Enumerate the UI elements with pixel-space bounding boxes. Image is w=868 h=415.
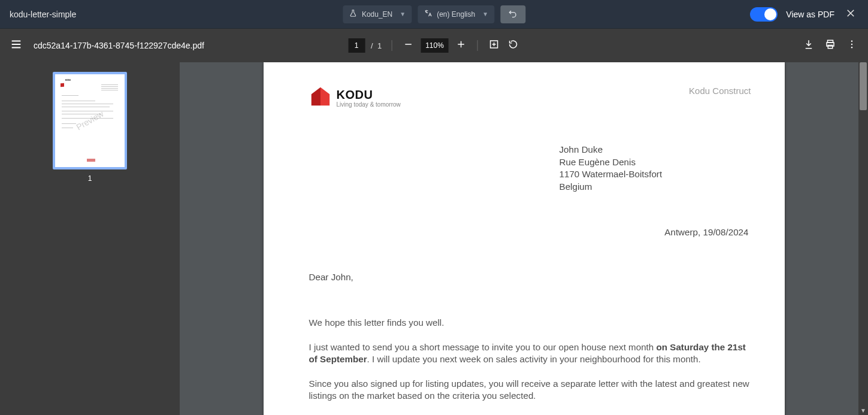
letter-header: KODU Living today & tomorrow Kodu Constr… <box>309 85 751 108</box>
rotate-icon <box>508 39 519 52</box>
print-icon <box>825 39 836 52</box>
svg-marker-8 <box>320 87 329 105</box>
download-button[interactable] <box>802 39 815 52</box>
more-button[interactable] <box>845 39 858 52</box>
svg-point-4 <box>851 41 852 42</box>
paragraph-1: We hope this letter finds you well. <box>309 317 751 329</box>
zoom-out-button[interactable] <box>401 39 415 52</box>
chevron-down-icon: ▼ <box>860 407 866 414</box>
thumbnail-page-1[interactable]: KODU Preview <box>53 72 127 169</box>
logo-tagline: Living today & tomorrow <box>337 102 401 108</box>
scrollbar-thumb[interactable] <box>860 62 867 110</box>
separator <box>391 40 392 51</box>
app-bar-right: View as PDF <box>750 5 858 23</box>
file-name: cdc52a14-177b-4361-8745-f122927cde4e.pdf <box>34 41 204 50</box>
paragraph-2c: . I will update you next week on sales a… <box>367 354 701 364</box>
print-button[interactable] <box>824 39 837 52</box>
rotate-button[interactable] <box>507 39 520 52</box>
page-canvas[interactable]: KODU Living today & tomorrow Kodu Constr… <box>180 62 868 415</box>
svg-point-6 <box>851 47 852 48</box>
pdf-toolbar-center: 1 / 1 110% <box>348 38 520 53</box>
chevron-down-icon: ▼ <box>482 11 488 17</box>
paragraph-2: I just wanted to send you a short messag… <box>309 341 751 366</box>
app-bar: kodu-letter-simple Kodu_EN ▼ (en) Englis… <box>0 0 868 29</box>
paragraph-2a: I just wanted to send you a short messag… <box>309 342 657 352</box>
logo-brand-text: KODU <box>337 89 401 101</box>
thumbnail-panel: KODU Preview 1 <box>0 62 180 415</box>
document-page: KODU Living today & tomorrow Kodu Constr… <box>264 62 785 415</box>
page-total-value: 1 <box>377 41 382 50</box>
minus-icon <box>403 39 413 52</box>
undo-icon <box>508 8 518 20</box>
recipient-country: Belgium <box>559 181 751 193</box>
scrollbar-down-button[interactable]: ▼ <box>858 405 868 415</box>
page-number-input[interactable]: 1 <box>348 38 365 53</box>
download-icon <box>803 39 814 52</box>
view-as-pdf-toggle[interactable] <box>750 7 778 22</box>
recipient-address: John Duke Rue Eugène Denis 1170 Watermae… <box>559 144 751 193</box>
svg-point-5 <box>851 44 852 45</box>
view-as-pdf-label: View as PDF <box>786 10 834 19</box>
menu-button[interactable] <box>10 38 23 53</box>
thumbnail-preview: KODU Preview <box>55 74 125 167</box>
viewer-body: KODU Preview 1 <box>0 62 868 415</box>
document-title: kodu-letter-simple <box>10 10 76 19</box>
separator <box>477 40 478 51</box>
fit-page-button[interactable] <box>488 39 501 52</box>
pdf-toolbar: cdc52a14-177b-4361-8745-f122927cde4e.pdf… <box>0 29 868 62</box>
recipient-street: Rue Eugène Denis <box>559 156 751 169</box>
template-dropdown-label: Kodu_EN <box>362 10 392 19</box>
pdf-toolbar-left: cdc52a14-177b-4361-8745-f122927cde4e.pdf <box>10 38 204 53</box>
close-icon <box>845 10 856 20</box>
fit-page-icon <box>489 39 500 52</box>
plus-icon <box>456 39 467 52</box>
app-bar-center: Kodu_EN ▼ (en) English ▼ <box>343 5 525 23</box>
scrollbar-track[interactable] <box>858 62 868 415</box>
language-dropdown[interactable]: (en) English ▼ <box>418 5 494 23</box>
hamburger-icon <box>10 43 23 53</box>
translate-icon <box>424 9 432 19</box>
close-button[interactable] <box>843 5 858 23</box>
kodu-logo: KODU Living today & tomorrow <box>309 85 401 108</box>
undo-button[interactable] <box>500 5 525 23</box>
language-dropdown-label: (en) English <box>437 10 475 19</box>
toggle-knob <box>764 8 776 20</box>
thumbnail-page-number: 1 <box>88 174 92 183</box>
company-name: Kodu Construct <box>689 85 751 97</box>
zoom-in-button[interactable] <box>455 39 468 52</box>
zoom-level[interactable]: 110% <box>421 38 449 53</box>
chevron-down-icon: ▼ <box>400 11 406 17</box>
svg-marker-7 <box>311 87 320 105</box>
letter-date: Antwerp, 19/08/2024 <box>309 226 751 239</box>
recipient-name: John Duke <box>559 144 751 156</box>
kodu-logo-mark <box>309 85 332 108</box>
more-vertical-icon <box>846 39 857 52</box>
recipient-city: 1170 Watermael-Boitsfort <box>559 168 751 181</box>
flask-icon <box>349 9 357 19</box>
salutation: Dear John, <box>309 271 751 284</box>
page-total: / 1 <box>371 41 382 50</box>
pdf-toolbar-right <box>802 39 858 52</box>
template-dropdown[interactable]: Kodu_EN ▼ <box>343 5 412 23</box>
paragraph-3: Since you also signed up for listing upd… <box>309 378 751 402</box>
